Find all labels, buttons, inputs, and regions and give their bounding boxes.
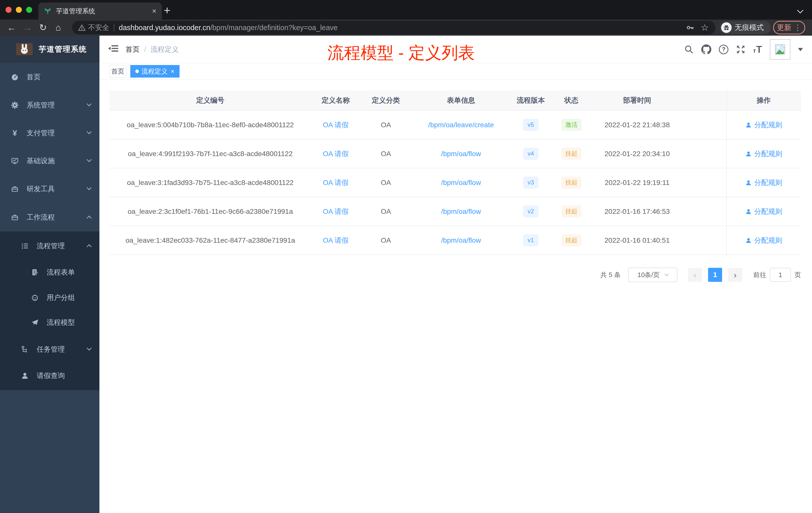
table-row: oa_leave:2:3c1f0ef1-76b1-11ec-9c66-a2380… xyxy=(109,197,801,226)
assign-rule-button[interactable]: 分配规则 xyxy=(726,120,801,130)
page-url[interactable]: dashboard.yudao.iocoder.cn/bpm/manager/d… xyxy=(119,24,338,32)
assign-rule-label: 分配规则 xyxy=(754,207,782,216)
assign-rule-label: 分配规则 xyxy=(754,236,782,245)
person-icon xyxy=(745,179,752,186)
assign-rule-button[interactable]: 分配规则 xyxy=(726,178,801,187)
text-size-large: T xyxy=(756,44,762,55)
status-badge: 挂起 xyxy=(562,206,581,217)
briefcase-icon xyxy=(10,213,20,221)
form-info-link[interactable]: /bpm/oa/flow xyxy=(441,150,481,158)
sidebar-item-label: 任务管理 xyxy=(37,344,65,354)
definition-name-link[interactable]: OA 请假 xyxy=(323,179,349,186)
assign-rule-label: 分配规则 xyxy=(754,178,782,187)
goto-page-input[interactable]: 1 xyxy=(770,268,791,282)
tab-close-icon[interactable]: × xyxy=(152,7,156,15)
text-size-icon[interactable]: тT xyxy=(753,44,762,55)
person-icon xyxy=(745,151,752,157)
sidebar-item-process-model[interactable]: 流程模型 xyxy=(0,308,99,337)
definition-name-link[interactable]: OA 请假 xyxy=(323,121,349,129)
sidebar-item-label: 系统管理 xyxy=(27,100,55,110)
sidebar-collapse-icon[interactable] xyxy=(108,44,119,54)
definition-category: OA xyxy=(360,208,412,216)
home-button[interactable]: ⌂ xyxy=(56,20,61,36)
list-icon xyxy=(20,242,30,250)
sidebar-item-process-form[interactable]: 流程表单 xyxy=(0,258,99,286)
page-size-select[interactable]: 10条/页 xyxy=(628,268,677,282)
tag-process-definition[interactable]: 流程定义 × xyxy=(130,65,179,78)
back-button[interactable]: ← xyxy=(7,20,16,36)
breadcrumb-home[interactable]: 首页 xyxy=(125,45,140,54)
browser-toolbar: ← → ↻ ⌂ 不安全 dashboard.yudao.iocoder.cn/b… xyxy=(0,20,812,36)
sidebar-item-leave-query[interactable]: 请假查询 xyxy=(0,362,99,390)
sidebar-item-workflow[interactable]: 工作流程 xyxy=(0,203,99,232)
breadcrumb-current: 流程定义 xyxy=(151,45,179,54)
table-header-row: 定义编号 定义名称 定义分类 表单信息 流程版本 状态 部署时间 操作 xyxy=(109,91,801,111)
page-1-button[interactable]: 1 xyxy=(708,268,722,282)
sidebar-item-process-management[interactable]: 流程管理 xyxy=(0,232,99,260)
window-zoom-button[interactable] xyxy=(26,7,32,13)
sidebar-item-home[interactable]: 首页 xyxy=(0,63,99,91)
page-unit-label: 页 xyxy=(794,271,801,279)
password-key-icon[interactable] xyxy=(686,24,694,32)
help-icon[interactable]: ? xyxy=(719,45,728,54)
column-header-category: 定义分类 xyxy=(360,96,412,105)
new-tab-button[interactable]: + xyxy=(164,4,171,16)
fullscreen-icon[interactable] xyxy=(736,45,746,54)
column-header-status: 状态 xyxy=(551,96,591,105)
sidebar-item-infrastructure[interactable]: 基础设施 xyxy=(0,147,99,175)
sidebar-item-dev-tools[interactable]: 研发工具 xyxy=(0,175,99,203)
bookmark-star-icon[interactable]: ☆ xyxy=(701,22,709,33)
next-page-button[interactable]: › xyxy=(728,268,742,282)
assign-rule-button[interactable]: 分配规则 xyxy=(726,149,801,159)
assign-rule-button[interactable]: 分配规则 xyxy=(726,207,801,216)
url-path: /bpm/manager/definition?key=oa_leave xyxy=(210,24,338,32)
chrome-update-button[interactable]: 更新 ⋮ xyxy=(773,21,805,34)
definition-category: OA xyxy=(360,121,412,129)
definition-id: oa_leave:5:004b710b-7b8a-11ec-8ef0-acde4… xyxy=(109,121,311,129)
avatar[interactable] xyxy=(770,39,790,60)
browser-menu-icon[interactable]: ⋮ xyxy=(794,24,802,31)
form-info-link[interactable]: /bpm/oa/flow xyxy=(441,179,481,186)
address-bar[interactable]: 不安全 dashboard.yudao.iocoder.cn/bpm/manag… xyxy=(72,21,715,34)
column-header-actions: 操作 xyxy=(726,96,801,105)
assign-rule-button[interactable]: 分配规则 xyxy=(726,236,801,245)
sidebar-item-user-group[interactable]: 用户分组 xyxy=(0,283,99,312)
logo-avatar-image xyxy=(16,43,33,55)
window-controls[interactable] xyxy=(5,7,32,13)
table-row: oa_leave:5:004b710b-7b8a-11ec-8ef0-acde4… xyxy=(109,111,801,140)
github-icon[interactable] xyxy=(701,44,711,55)
avatar-dropdown-caret-icon[interactable] xyxy=(798,48,803,51)
definition-name-link[interactable]: OA 请假 xyxy=(323,236,349,244)
tab-search-caret-icon[interactable] xyxy=(797,7,803,13)
reload-button[interactable]: ↻ xyxy=(39,20,47,36)
person-icon xyxy=(745,122,752,128)
column-header-form-info: 表单信息 xyxy=(412,96,510,105)
sidebar-item-system-management[interactable]: 系统管理 xyxy=(0,91,99,119)
tag-close-icon[interactable]: × xyxy=(171,68,174,74)
sidebar-item-task-management[interactable]: 任务管理 xyxy=(0,335,99,363)
form-info-link[interactable]: /bpm/oa/flow xyxy=(441,236,481,244)
window-minimize-button[interactable] xyxy=(16,7,22,13)
incognito-icon xyxy=(723,24,730,31)
sidebar-item-payment-management[interactable]: ¥ 支付管理 xyxy=(0,119,99,147)
definition-name-link[interactable]: OA 请假 xyxy=(323,208,349,215)
sidebar-item-label: 工作流程 xyxy=(27,213,55,222)
prev-page-button[interactable]: ‹ xyxy=(688,268,702,282)
definition-name-link[interactable]: OA 请假 xyxy=(323,150,349,158)
update-label: 更新 xyxy=(777,23,791,33)
incognito-label: 无痕模式 xyxy=(735,23,764,33)
sidebar-logo[interactable]: 芋道管理系统 xyxy=(0,36,99,63)
browser-tab[interactable]: 芋道管理系统 × xyxy=(38,2,162,20)
tag-home[interactable]: 首页 xyxy=(109,65,126,78)
form-info-link[interactable]: /bpm/oa/leave/create xyxy=(428,121,494,129)
status-badge: 激活 xyxy=(562,119,581,131)
forward-button[interactable]: → xyxy=(23,20,32,36)
not-secure-label[interactable]: 不安全 xyxy=(88,23,109,32)
search-icon[interactable] xyxy=(684,45,694,54)
window-close-button[interactable] xyxy=(5,7,11,13)
definition-category: OA xyxy=(360,150,412,158)
sidebar-item-label: 研发工具 xyxy=(27,184,55,194)
chevron-down-icon xyxy=(87,345,92,351)
form-info-link[interactable]: /bpm/oa/flow xyxy=(441,208,481,215)
version-badge: v5 xyxy=(523,119,538,131)
